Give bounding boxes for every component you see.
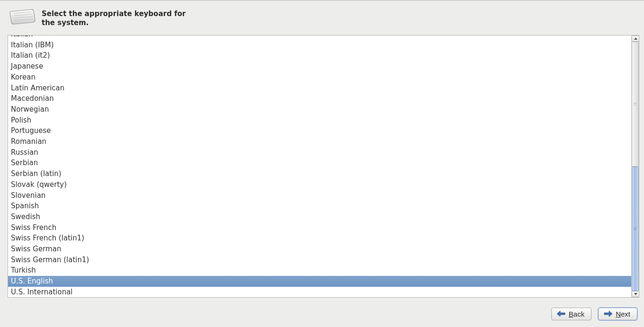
list-item[interactable]: Japanese — [8, 61, 631, 72]
list-item[interactable]: Macedonian — [8, 93, 631, 104]
back-button-label: Back — [569, 310, 584, 318]
list-item[interactable]: Swiss German — [8, 244, 631, 255]
list-item[interactable]: Slovak (qwerty) — [8, 179, 631, 190]
list-item[interactable]: Latin American — [8, 83, 631, 94]
list-item[interactable]: Swiss French — [8, 222, 631, 233]
scroll-up-button[interactable] — [632, 35, 639, 42]
next-button[interactable]: Next — [598, 308, 637, 320]
footer: Back Next — [0, 300, 644, 327]
list-item[interactable]: U.S. International — [8, 287, 631, 297]
list-item[interactable]: Polish — [8, 115, 631, 126]
keyboard-list-viewport[interactable]: ItalianItalian (IBM)Italian (it2)Japanes… — [8, 35, 631, 297]
arrow-left-icon — [556, 310, 566, 317]
list-item[interactable]: Norwegian — [8, 104, 631, 115]
keyboard-listbox[interactable]: ItalianItalian (IBM)Italian (it2)Japanes… — [8, 35, 639, 298]
list-item[interactable]: Slovenian — [8, 190, 631, 201]
arrow-right-icon — [603, 310, 613, 317]
list-item[interactable]: Turkish — [8, 265, 631, 276]
list-item[interactable]: Serbian (latin) — [8, 168, 631, 179]
list-item[interactable]: Romanian — [8, 136, 631, 147]
list-item[interactable]: Italian (it2) — [8, 50, 631, 61]
next-button-label: Next — [616, 310, 630, 318]
list-item[interactable]: Swiss German (latin1) — [8, 255, 631, 265]
list-item[interactable]: Italian — [8, 35, 631, 40]
list-item[interactable]: Spanish — [8, 201, 631, 212]
scroll-down-button[interactable] — [632, 291, 639, 297]
scrollbar[interactable] — [631, 35, 639, 297]
scroll-thumb-upper[interactable] — [632, 42, 639, 167]
keyboard-icon — [9, 8, 36, 26]
back-button[interactable]: Back — [551, 308, 591, 320]
list-item[interactable]: Russian — [8, 147, 631, 158]
list-item[interactable]: Swiss French (latin1) — [8, 233, 631, 244]
list-item[interactable]: Italian (IBM) — [8, 40, 631, 51]
instruction-text: Select the appropriate keyboard for the … — [42, 8, 193, 27]
list-item[interactable]: U.S. English — [8, 276, 631, 287]
list-item[interactable]: Swedish — [8, 212, 631, 222]
scroll-thumb-lower[interactable] — [632, 167, 639, 292]
scroll-track[interactable] — [632, 42, 639, 291]
list-item[interactable]: Serbian — [8, 158, 631, 168]
header: Select the appropriate keyboard for the … — [0, 1, 644, 33]
list-item[interactable]: Portuguese — [8, 125, 631, 136]
list-item[interactable]: Korean — [8, 72, 631, 83]
